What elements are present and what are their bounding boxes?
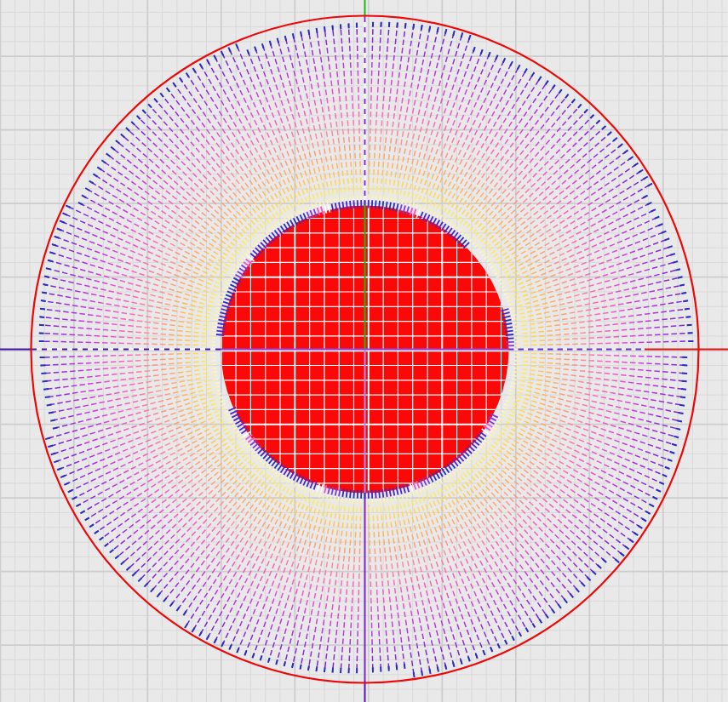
plot-canvas[interactable] [0,0,728,702]
field-plot [0,0,728,702]
